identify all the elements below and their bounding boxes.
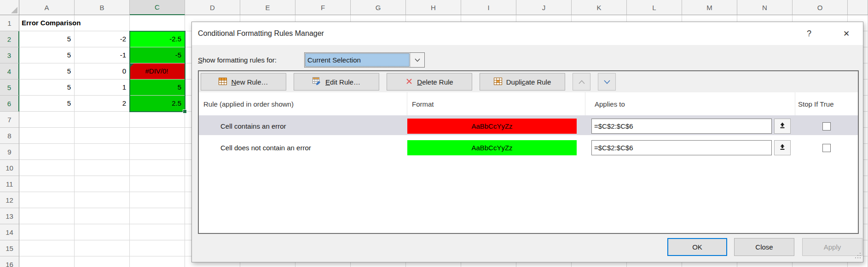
cell[interactable]: -1	[75, 47, 130, 63]
row-header-8[interactable]: 8	[0, 128, 19, 144]
row-header-6[interactable]: 6	[0, 96, 19, 112]
column-header-N[interactable]: N	[737, 0, 793, 15]
fill-handle[interactable]	[183, 109, 187, 114]
cell[interactable]	[75, 144, 130, 160]
stop-if-true-checkbox[interactable]	[822, 122, 831, 131]
cell[interactable]	[130, 144, 185, 160]
select-all-corner[interactable]	[0, 0, 19, 15]
resize-grip-icon[interactable]	[855, 252, 861, 260]
cell[interactable]	[130, 224, 185, 240]
applies-to-input[interactable]	[591, 119, 772, 134]
cell[interactable]	[19, 144, 75, 160]
row-header-9[interactable]: 9	[0, 144, 19, 160]
cell[interactable]	[75, 192, 130, 208]
rule-row[interactable]: Cell does not contain an error AaBbCcYyZ…	[199, 137, 858, 159]
column-header-G[interactable]: G	[351, 0, 406, 15]
row-header-3[interactable]: 3	[0, 47, 19, 63]
cell[interactable]: 5	[19, 63, 75, 80]
column-header-O[interactable]: O	[793, 0, 848, 15]
cell[interactable]	[19, 160, 75, 176]
column-header-K[interactable]: K	[572, 0, 627, 15]
cell[interactable]	[75, 15, 130, 31]
column-header-partial[interactable]	[848, 0, 868, 15]
cell[interactable]: #DIV/0!	[130, 63, 185, 80]
stop-if-true-checkbox[interactable]	[822, 144, 831, 152]
column-header-D[interactable]: D	[185, 0, 240, 15]
cell[interactable]: 1	[75, 80, 130, 96]
row-header-7[interactable]: 7	[0, 112, 19, 128]
cell[interactable]	[19, 208, 75, 224]
cell[interactable]	[130, 256, 185, 267]
cell[interactable]: Error Comparison	[19, 15, 75, 31]
cell[interactable]	[75, 208, 130, 224]
cell[interactable]	[19, 224, 75, 240]
cell[interactable]: 2	[75, 96, 130, 112]
cell[interactable]	[75, 176, 130, 192]
cell[interactable]	[19, 128, 75, 144]
cell[interactable]: 5	[19, 80, 75, 96]
column-header-M[interactable]: M	[682, 0, 737, 15]
column-header-J[interactable]: J	[516, 0, 572, 15]
help-button[interactable]: ?	[802, 27, 816, 40]
column-header-E[interactable]: E	[240, 0, 295, 15]
cell[interactable]	[130, 128, 185, 144]
cell[interactable]	[130, 208, 185, 224]
cell[interactable]	[130, 192, 185, 208]
duplicate-rule-button[interactable]: Duplicate Rule	[480, 73, 565, 91]
row-header-11[interactable]: 11	[0, 176, 19, 192]
cell[interactable]	[19, 256, 75, 267]
column-header-B[interactable]: B	[75, 0, 130, 15]
cell[interactable]	[130, 15, 185, 31]
cell[interactable]: 2.5	[130, 96, 185, 112]
cell[interactable]: -2	[75, 31, 130, 47]
cell[interactable]	[130, 160, 185, 176]
rule-row[interactable]: Cell contains an error AaBbCcYyZz	[199, 115, 858, 137]
cell[interactable]	[130, 112, 185, 128]
row-header-2[interactable]: 2	[0, 31, 19, 47]
applies-to-input[interactable]	[591, 140, 772, 155]
cell[interactable]	[75, 224, 130, 240]
cell[interactable]	[75, 128, 130, 144]
cell[interactable]: -5	[130, 47, 185, 63]
column-header-L[interactable]: L	[627, 0, 682, 15]
chevron-down-icon[interactable]	[410, 53, 424, 67]
move-rule-down-button[interactable]	[598, 73, 616, 91]
cell[interactable]	[75, 160, 130, 176]
row-header-16[interactable]: 16	[0, 256, 19, 267]
row-header-13[interactable]: 13	[0, 208, 19, 224]
delete-rule-button[interactable]: Delete Rule	[387, 73, 472, 91]
row-header-5[interactable]: 5	[0, 80, 19, 96]
cell[interactable]	[19, 240, 75, 256]
close-dialog-button[interactable]: Close	[734, 238, 794, 256]
ok-button[interactable]: OK	[667, 238, 727, 256]
edit-rule-button[interactable]: Edit Rule…	[294, 73, 379, 91]
cell[interactable]	[75, 112, 130, 128]
column-header-C[interactable]: C	[130, 0, 185, 15]
cell[interactable]: 5	[19, 96, 75, 112]
cell[interactable]: 5	[19, 31, 75, 47]
cell[interactable]: -2.5	[130, 31, 185, 47]
cell[interactable]: 5	[19, 47, 75, 63]
cell[interactable]	[19, 176, 75, 192]
close-button[interactable]: ✕	[839, 27, 854, 40]
cell[interactable]	[75, 256, 130, 267]
cell[interactable]	[75, 240, 130, 256]
cell[interactable]: 0	[75, 63, 130, 80]
column-header-F[interactable]: F	[295, 0, 351, 15]
row-header-1[interactable]: 1	[0, 15, 19, 31]
row-header-15[interactable]: 15	[0, 240, 19, 256]
cell[interactable]: 5	[130, 80, 185, 96]
column-header-A[interactable]: A	[19, 0, 75, 15]
column-header-I[interactable]: I	[461, 0, 516, 15]
row-header-14[interactable]: 14	[0, 224, 19, 240]
row-header-10[interactable]: 10	[0, 160, 19, 176]
scope-dropdown[interactable]: Current Selection	[304, 52, 425, 68]
cell[interactable]	[19, 192, 75, 208]
new-rule-button[interactable]: New Rule…	[201, 73, 286, 91]
cell[interactable]	[130, 176, 185, 192]
cell[interactable]	[130, 240, 185, 256]
column-header-H[interactable]: H	[406, 0, 461, 15]
range-picker-button[interactable]	[774, 119, 791, 134]
row-header-12[interactable]: 12	[0, 192, 19, 208]
cell[interactable]	[19, 112, 75, 128]
